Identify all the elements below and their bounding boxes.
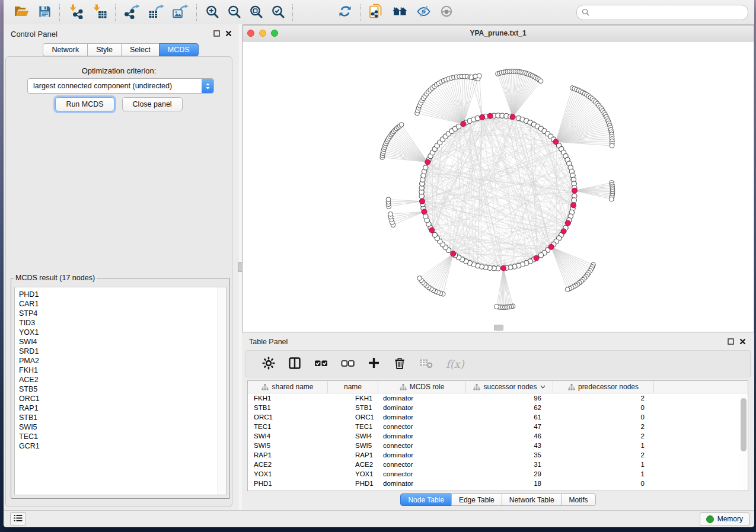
delete-table-button[interactable] xyxy=(419,357,433,371)
table-cell[interactable]: SWI5 xyxy=(248,442,328,449)
mcds-result-item[interactable]: YOX1 xyxy=(15,328,226,337)
save-session-button[interactable] xyxy=(38,5,52,20)
table-cell[interactable]: 2 xyxy=(553,451,654,459)
table-cell[interactable]: 61 xyxy=(466,414,553,421)
table-cell[interactable]: FKH1 xyxy=(248,395,328,402)
table-cell[interactable]: ACE2 xyxy=(328,461,378,468)
zoom-fit-button[interactable] xyxy=(249,5,263,20)
table-cell[interactable]: 2 xyxy=(553,395,654,402)
mcds-result-item[interactable]: STP4 xyxy=(15,309,226,318)
table-cell[interactable]: STB1 xyxy=(248,404,328,411)
table-cell[interactable]: TEC1 xyxy=(328,423,378,430)
memory-button[interactable]: Memory xyxy=(700,512,749,526)
show-column-button[interactable] xyxy=(288,357,301,371)
table-cell[interactable]: 1 xyxy=(553,461,654,468)
table-cell[interactable]: ACE2 xyxy=(248,461,328,468)
table-cell[interactable]: 31 xyxy=(466,461,553,468)
table-cell[interactable]: connector xyxy=(378,423,466,430)
tab-node-table[interactable]: Node Table xyxy=(400,493,452,506)
mcds-result-item[interactable]: RAP1 xyxy=(15,403,226,413)
mcds-result-item[interactable]: PHD1 xyxy=(15,290,226,299)
close-panel-button[interactable]: Close panel xyxy=(122,97,183,111)
function-builder-button[interactable]: f(x) xyxy=(446,358,464,370)
import-network-button[interactable] xyxy=(68,4,84,21)
mcds-result-item[interactable]: TID3 xyxy=(15,318,226,328)
table-cell[interactable]: 1 xyxy=(553,470,654,477)
home-button[interactable] xyxy=(392,5,408,20)
node-table[interactable]: shared namenameMCDS rolesuccessor nodesp… xyxy=(247,380,748,491)
network-hscroll-thumb[interactable] xyxy=(494,325,503,331)
table-cell[interactable]: 29 xyxy=(466,470,553,477)
network-graph[interactable] xyxy=(243,41,754,332)
tab-select[interactable]: Select xyxy=(121,43,160,56)
close-panel-icon[interactable] xyxy=(225,28,232,39)
table-row[interactable]: SWI4SWI4dominator462 xyxy=(248,431,748,441)
table-row[interactable]: YOX1YOX1connector291 xyxy=(248,469,748,479)
table-vscrollbar[interactable] xyxy=(740,393,747,489)
mcds-result-item[interactable]: GCR1 xyxy=(15,441,226,451)
export-network-button[interactable] xyxy=(124,4,140,21)
table-cell[interactable]: 0 xyxy=(553,480,654,487)
table-cell[interactable]: SWI5 xyxy=(328,442,378,449)
table-cell[interactable]: 2 xyxy=(553,432,654,440)
table-cell[interactable]: connector xyxy=(378,470,466,477)
refresh-button[interactable] xyxy=(338,4,352,20)
table-cell[interactable]: PHD1 xyxy=(248,480,328,487)
column-header-name[interactable]: name xyxy=(328,381,378,393)
table-cell[interactable]: SWI4 xyxy=(328,432,378,440)
tab-motifs[interactable]: Motifs xyxy=(562,493,596,506)
table-cell[interactable]: dominator xyxy=(378,395,466,402)
table-cell[interactable]: dominator xyxy=(378,480,466,487)
network-canvas[interactable] xyxy=(243,41,754,332)
tab-network-table[interactable]: Network Table xyxy=(502,493,562,506)
mcds-result-item[interactable]: ACE2 xyxy=(15,375,226,384)
table-cell[interactable]: dominator xyxy=(378,432,466,440)
table-row[interactable]: FKH1FKH1dominator962 xyxy=(248,393,748,403)
column-header-predecessor-nodes[interactable]: predecessor nodes xyxy=(553,381,654,393)
table-row[interactable]: SWI5SWI5connector431 xyxy=(248,441,748,450)
search-input[interactable] xyxy=(592,8,743,17)
clone-network-button[interactable] xyxy=(369,4,384,21)
table-cell[interactable]: SWI4 xyxy=(248,432,328,440)
mcds-result-item[interactable]: ORC1 xyxy=(15,394,226,403)
close-panel-icon[interactable] xyxy=(739,336,746,347)
column-header-shared-name[interactable]: shared name xyxy=(248,381,328,393)
table-row[interactable]: ACE2ACE2connector311 xyxy=(248,460,748,469)
table-settings-button[interactable] xyxy=(262,357,275,371)
table-cell[interactable]: PHD1 xyxy=(328,480,378,487)
export-table-button[interactable] xyxy=(148,4,164,21)
mcds-result-item[interactable]: FKH1 xyxy=(15,366,226,375)
mcds-result-item[interactable]: STB1 xyxy=(15,413,226,422)
mcds-list-scrollbar[interactable] xyxy=(218,287,226,495)
table-cell[interactable]: connector xyxy=(378,461,466,468)
export-image-button[interactable] xyxy=(173,4,189,21)
run-mcds-button[interactable]: Run MCDS xyxy=(55,97,114,111)
table-cell[interactable]: 1 xyxy=(553,442,654,449)
table-cell[interactable]: YOX1 xyxy=(328,470,378,477)
table-row[interactable]: STB1STB1dominator620 xyxy=(248,403,748,412)
table-cell[interactable]: ORC1 xyxy=(328,414,378,421)
deselect-all-button[interactable] xyxy=(341,357,355,371)
mcds-result-item[interactable]: SWI5 xyxy=(15,422,226,432)
table-cell[interactable]: 46 xyxy=(466,432,553,440)
table-cell[interactable]: RAP1 xyxy=(328,451,378,459)
zoom-out-button[interactable] xyxy=(227,5,241,20)
table-cell[interactable]: dominator xyxy=(378,451,466,459)
table-row[interactable]: ORC1ORC1dominator610 xyxy=(248,412,748,422)
mcds-result-item[interactable]: TEC1 xyxy=(15,432,226,441)
table-cell[interactable]: dominator xyxy=(378,414,466,421)
table-cell[interactable]: 47 xyxy=(466,423,553,430)
tab-network[interactable]: Network xyxy=(43,43,88,56)
table-cell[interactable]: TEC1 xyxy=(248,423,328,430)
optimization-criterion-select[interactable]: largest connected component (undirected) xyxy=(27,78,214,94)
table-cell[interactable]: STB1 xyxy=(328,404,378,411)
table-cell[interactable]: 0 xyxy=(553,414,654,421)
tab-edge-table[interactable]: Edge Table xyxy=(451,493,502,506)
table-cell[interactable]: 35 xyxy=(466,451,553,459)
tab-mcds[interactable]: MCDS xyxy=(159,43,199,56)
select-all-button[interactable] xyxy=(314,357,328,371)
column-header-MCDS-role[interactable]: MCDS role xyxy=(378,381,466,393)
table-cell[interactable]: RAP1 xyxy=(248,451,328,459)
table-row[interactable]: RAP1RAP1dominator352 xyxy=(248,450,748,460)
show-graphics-button[interactable] xyxy=(439,5,454,20)
